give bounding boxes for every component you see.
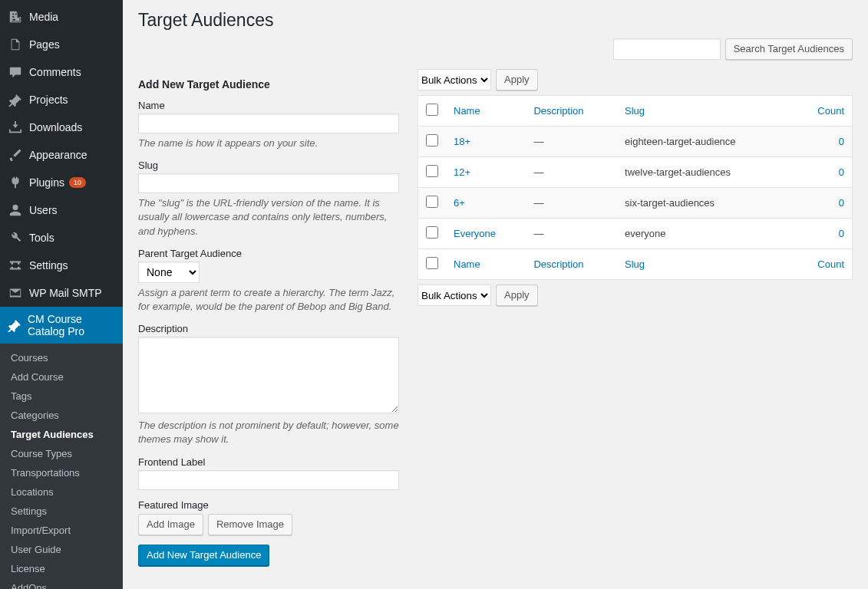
term-description: — <box>526 219 617 249</box>
submenu-item-tags[interactable]: Tags <box>0 387 123 406</box>
col-slug[interactable]: Slug <box>617 96 793 127</box>
submenu-item-add-course[interactable]: Add Course <box>0 367 123 387</box>
menu-item-tools[interactable]: Tools <box>0 224 123 252</box>
term-name-link[interactable]: Everyone <box>454 228 496 239</box>
submenu-item-target-audiences[interactable]: Target Audiences <box>0 425 123 444</box>
row-checkbox[interactable] <box>426 226 438 239</box>
row-checkbox[interactable] <box>426 196 438 208</box>
add-term-form: Add New Target Audience Name The name is… <box>138 69 399 566</box>
submenu-item-import-export[interactable]: Import/Export <box>0 521 123 540</box>
select-all-bottom[interactable] <box>426 257 438 269</box>
menu-item-label: Comments <box>29 66 81 78</box>
row-checkbox[interactable] <box>426 165 438 177</box>
menu-item-label: CM Course Catalog Pro <box>28 313 117 337</box>
pin-icon <box>8 92 23 107</box>
mail-icon <box>8 285 23 301</box>
col-description[interactable]: Description <box>526 96 617 127</box>
menu-item-users[interactable]: Users <box>0 196 123 224</box>
submenu-item-locations[interactable]: Locations <box>0 482 123 502</box>
select-all-top[interactable] <box>426 104 438 116</box>
term-count-link[interactable]: 0 <box>839 228 844 239</box>
featured-image-label: Featured Image <box>138 499 399 511</box>
tools-icon <box>8 230 23 245</box>
user-icon <box>8 202 23 218</box>
submenu-item-license[interactable]: License <box>0 559 123 578</box>
submit-button[interactable]: Add New Target Audience <box>138 545 269 566</box>
menu-item-cm-course-catalog-pro[interactable]: CM Course Catalog Pro <box>0 307 123 344</box>
submenu-item-addons[interactable]: AddOns <box>0 578 123 589</box>
term-slug: everyone <box>617 219 793 249</box>
page-title: Target Audiences <box>138 3 853 40</box>
menu-item-label: Appearance <box>29 149 87 161</box>
term-count-link[interactable]: 0 <box>839 136 844 147</box>
slug-input[interactable] <box>138 173 399 193</box>
menu-item-label: Settings <box>29 259 68 271</box>
term-slug: eighteen-target-audience <box>617 127 793 157</box>
brush-icon <box>8 147 23 163</box>
remove-image-button[interactable]: Remove Image <box>208 514 292 535</box>
download-icon <box>8 120 23 135</box>
menu-item-pages[interactable]: Pages <box>0 31 123 58</box>
frontend-label-label: Frontend Label <box>138 456 399 468</box>
frontend-label-input[interactable] <box>138 470 399 490</box>
bulk-actions-top[interactable]: Bulk Actions <box>417 69 491 90</box>
menu-item-appearance[interactable]: Appearance <box>0 141 123 169</box>
term-description: — <box>526 188 617 219</box>
submenu-item-user-guide[interactable]: User Guide <box>0 540 123 559</box>
update-badge: 10 <box>69 177 86 189</box>
parent-help: Assign a parent term to create a hierarc… <box>138 286 399 314</box>
search-button[interactable]: Search Target Audiences <box>725 38 853 60</box>
term-slug: six-target-audiences <box>617 188 793 219</box>
parent-label: Parent Target Audience <box>138 248 399 259</box>
search-input[interactable] <box>613 38 721 60</box>
add-image-button[interactable]: Add Image <box>138 514 203 535</box>
submenu-item-course-types[interactable]: Course Types <box>0 444 123 463</box>
apply-top-button[interactable]: Apply <box>496 69 538 90</box>
description-input[interactable] <box>138 337 399 413</box>
slug-label: Slug <box>138 160 399 171</box>
submenu-item-settings[interactable]: Settings <box>0 502 123 521</box>
term-name-link[interactable]: 6+ <box>454 197 465 209</box>
admin-sidebar: MediaPagesCommentsProjectsDownloadsAppea… <box>0 0 123 589</box>
form-heading: Add New Target Audience <box>138 78 399 90</box>
page-icon <box>8 37 23 52</box>
menu-item-wp-mail-smtp[interactable]: WP Mail SMTP <box>0 279 123 307</box>
menu-item-settings[interactable]: Settings <box>0 252 123 279</box>
plugin-icon <box>8 175 23 190</box>
submenu-item-courses[interactable]: Courses <box>0 348 123 367</box>
col-count[interactable]: Count <box>794 96 853 127</box>
col-name[interactable]: Name <box>446 96 526 127</box>
table-row: 12+—twelve-target-audiences0 <box>418 157 853 188</box>
terms-table: Name Description Slug Count 18+—eighteen… <box>417 95 853 280</box>
name-input[interactable] <box>138 114 399 133</box>
menu-item-media[interactable]: Media <box>0 3 123 31</box>
submenu-item-categories[interactable]: Categories <box>0 406 123 425</box>
description-label: Description <box>138 323 399 334</box>
table-row: 18+—eighteen-target-audience0 <box>418 127 853 157</box>
term-name-link[interactable]: 12+ <box>454 166 470 178</box>
term-count-link[interactable]: 0 <box>839 197 844 209</box>
term-count-link[interactable]: 0 <box>839 166 844 178</box>
menu-item-plugins[interactable]: Plugins10 <box>0 169 123 196</box>
apply-bottom-button[interactable]: Apply <box>496 285 538 306</box>
main-content: Target Audiences Search Target Audiences… <box>123 0 868 589</box>
pin-icon <box>8 318 21 333</box>
menu-item-comments[interactable]: Comments <box>0 58 123 86</box>
parent-select[interactable]: None <box>138 262 200 283</box>
terms-table-panel: Bulk Actions Apply Name Description Slug… <box>417 69 853 566</box>
menu-item-downloads[interactable]: Downloads <box>0 114 123 141</box>
table-row: Everyone—everyone0 <box>418 219 853 249</box>
submenu-item-transportations[interactable]: Transportations <box>0 463 123 482</box>
name-label: Name <box>138 100 399 111</box>
media-icon <box>8 9 23 25</box>
row-checkbox[interactable] <box>426 134 438 146</box>
term-name-link[interactable]: 18+ <box>454 136 470 147</box>
menu-item-projects[interactable]: Projects <box>0 86 123 114</box>
bulk-actions-bottom[interactable]: Bulk Actions <box>417 285 491 306</box>
menu-item-label: Pages <box>29 38 60 51</box>
menu-item-label: Plugins <box>29 176 64 189</box>
name-help: The name is how it appears on your site. <box>138 137 399 150</box>
menu-item-label: WP Mail SMTP <box>29 287 102 299</box>
settings-icon <box>8 258 23 273</box>
slug-help: The "slug" is the URL-friendly version o… <box>138 196 399 239</box>
